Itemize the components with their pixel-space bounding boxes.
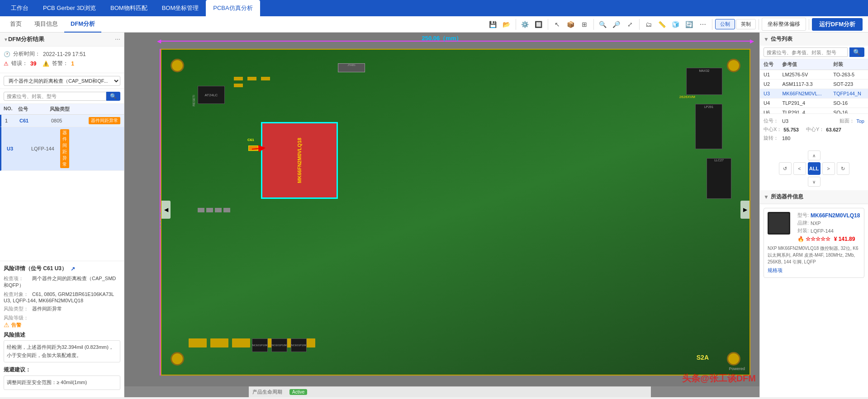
analysis-info: 🕐 分析时间： 2022-11-29 17:51 ⚠ 错误： 39 ⚠️ 答警：… (0, 47, 124, 73)
icon-fit[interactable]: ⤢ (624, 18, 636, 31)
icon-cursor[interactable]: ↖ (551, 18, 564, 31)
component-card: 型号: MK66FN2M0VLQ18 品牌: NXP 封装: LQFP-144 (764, 208, 864, 278)
panel-menu-icon[interactable]: ⋯ (115, 36, 120, 42)
error-icon: ⚠ (4, 61, 9, 67)
tab-bom-coord[interactable]: BOM坐标管理 (155, 0, 206, 16)
nav-all-btn[interactable]: ALL (808, 162, 821, 175)
unit-metric-btn[interactable]: 公制 (715, 19, 735, 29)
icon-pcb[interactable]: 🔲 (532, 18, 545, 31)
nav-next-btn[interactable]: > (822, 162, 835, 175)
pos-row-u1[interactable]: U1 LM2576-5V TO-263-5 (760, 70, 868, 80)
comp-chevron-icon: ▼ (764, 194, 769, 200)
filter-select[interactable]: 两个器件之间的距离检查（CAP_SMD和QF... (4, 76, 120, 86)
left-panel-title: DFM分析结果 (8, 35, 115, 43)
analysis-time-label: 分析时间： (13, 50, 40, 58)
run-dfm-btn[interactable]: 运行DFM分析 (812, 18, 863, 31)
icon-layer[interactable]: 🗂 (642, 18, 655, 31)
clock-icon: 🕐 (4, 51, 10, 57)
tab-pcb-gerber[interactable]: PCB Gerber 3D浏览 (36, 0, 103, 16)
sep1 (516, 19, 516, 30)
suggest-value: 调整间距至安全范围：≥ 40mil(1mm) (4, 376, 120, 390)
pos-row-u3[interactable]: U3 MK66FN2M0VL... TQFP144_N (760, 89, 868, 99)
icon-more[interactable]: ⋯ (697, 18, 709, 31)
icon-3d[interactable]: 🧊 (669, 18, 682, 31)
icon-save[interactable]: 💾 (487, 18, 499, 31)
pos-row-u6[interactable]: U6 TLP291_4 SO-16 (760, 108, 868, 114)
pos-table-body: U1 LM2576-5V TO-263-5 U2 ASM1117-3.3 SOT… (760, 70, 868, 114)
pos-search-input[interactable] (764, 47, 848, 57)
sub-tab-dfm[interactable]: DFM分析 (64, 16, 101, 33)
icon-rotate[interactable]: 🔄 (683, 18, 696, 31)
search-btn[interactable]: 🔍 (106, 92, 120, 101)
unit-imperial-btn[interactable]: 英制 (736, 19, 756, 29)
component-info: 型号: MK66FN2M0VLQ18 品牌: NXP 封装: LQFP-144 (797, 212, 860, 242)
pcb-board[interactable]: AT24LC MK66FN2M0VLQ18 MAX32 LP291 (161, 49, 750, 376)
pkg-u4: SO-16 (830, 99, 868, 108)
pkg-u3: TQFP144_N (830, 89, 868, 99)
mount-hole-3 (171, 352, 184, 366)
selected-component-section: ▼ 所选器件信息 (760, 190, 868, 204)
pos-search-btn[interactable]: 🔍 (849, 47, 864, 57)
col-ref-header: 参考值 (778, 59, 830, 70)
left-panel: ▼ DFM分析结果 ⋯ 🕐 分析时间： 2022-11-29 17:51 ⚠ 错… (0, 33, 124, 397)
table-row-1b[interactable]: U3 LQFP-144 器件间距异常 (0, 127, 124, 171)
rotation-row: 旋转： 180 (764, 135, 864, 141)
nav-up-btn[interactable]: ∧ (808, 150, 821, 160)
nav-down-btn[interactable]: ∨ (808, 177, 821, 187)
collapse-icon[interactable]: ▼ (4, 37, 8, 42)
fire-icon: 🔥 (797, 236, 804, 242)
component-model[interactable]: MK66FN2M0VLQ18 (811, 212, 860, 219)
share-icon[interactable]: ↗ (71, 266, 75, 272)
icon-component[interactable]: 📦 (564, 18, 577, 31)
nav-prev-btn[interactable]: < (793, 162, 806, 175)
pos-list-header: ▼ 位号列表 (760, 33, 868, 46)
rating: ☆☆☆☆☆ (806, 236, 830, 242)
pos-u3: U3 (760, 89, 778, 99)
pos-row-u2[interactable]: U2 ASM1117-3.3 SOT-223 (760, 80, 868, 89)
nav-rotate-left-btn[interactable]: ↺ (779, 162, 792, 175)
nav-rotate-right-btn[interactable]: ↻ (837, 162, 849, 175)
center-x-label: 中心X： (764, 126, 782, 133)
c61-component[interactable] (248, 146, 258, 151)
col-pos: 位号 (18, 106, 50, 113)
table-row-1[interactable]: 1 C61 0805 器件间距异常 (0, 115, 124, 127)
tab-pcba-sim[interactable]: PCBA仿真分析 (206, 0, 260, 16)
tab-workbench[interactable]: 工作台 (4, 0, 36, 16)
nav-left-btn[interactable]: ◀ (161, 201, 171, 219)
icon-zoom-out[interactable]: 🔎 (610, 18, 623, 31)
search-input[interactable] (4, 92, 106, 101)
risk-level-value: 告警 (11, 322, 21, 329)
warning-count: 1 (71, 61, 74, 67)
top-tabbar: 工作台 PCB Gerber 3D浏览 BOM物料匹配 BOM坐标管理 PCBA… (0, 0, 868, 16)
filter-row: 两个器件之间的距离检查（CAP_SMD和QF... (0, 73, 124, 89)
mount-hole-2 (727, 59, 740, 72)
rotation-value: 180 (782, 136, 790, 141)
arrow-left-icon: ◀ (157, 38, 161, 44)
icon-open[interactable]: 📂 (500, 18, 513, 31)
center-y-label: 中心Y： (806, 126, 824, 133)
toolbar-icons: 💾 📂 ⚙️ 🔲 ↖ 📦 ⊞ 🔍 🔎 ⤢ 🗂 📏 🧊 🔄 ⋯ 公制 英制 坐标整… (485, 18, 864, 31)
selected-component-header: ▼ 所选器件信息 (760, 190, 868, 203)
icon-align[interactable]: ⊞ (578, 18, 591, 31)
risk-section: 风险详情（位号 C61 U3） ↗ 检查项： 两个器件之间的距离检查（CAP_S… (0, 261, 124, 397)
icon-settings[interactable]: ⚙️ (519, 18, 531, 31)
pos-row-u4[interactable]: U4 TLP291_4 SO-16 (760, 99, 868, 108)
risk-desc-box: 经检测，上述器件间距为32.394mil (0.823mm)，小于安全间距，会加… (4, 340, 120, 362)
row1b-pkg-u3: LQFP-144 (31, 146, 58, 151)
highlighted-chip[interactable]: MK66FN2M0VLQ18 (261, 122, 338, 199)
main-layout: ▼ DFM分析结果 ⋯ 🕐 分析时间： 2022-11-29 17:51 ⚠ 错… (0, 33, 868, 397)
component-desc: NXP MK66FN2M0VLQ18 微控制器, 32位, K6 以太网系列, … (768, 245, 860, 265)
sub-tab-project-info[interactable]: 项目信息 (28, 16, 64, 33)
warning-icon: ⚠️ (43, 61, 49, 67)
icon-measure[interactable]: 📏 (656, 18, 669, 31)
col-pkg-header: 封装 (830, 59, 868, 70)
nav-right-btn[interactable]: ▶ (740, 201, 749, 219)
center-canvas[interactable]: ◀ ▶ 250.06（mm） 100.00（mm） AT24LC (124, 33, 759, 397)
spec-link[interactable]: 规格项 (768, 268, 783, 273)
ic-right-3: LLC27 (707, 158, 731, 199)
sub-tab-home[interactable]: 首页 (4, 16, 28, 33)
pos-u6: U6 (760, 108, 778, 114)
coord-adjust-btn[interactable]: 坐标整体偏移 (762, 18, 806, 31)
tab-bom-match[interactable]: BOM物料匹配 (103, 0, 155, 16)
icon-zoom-in[interactable]: 🔍 (597, 18, 609, 31)
